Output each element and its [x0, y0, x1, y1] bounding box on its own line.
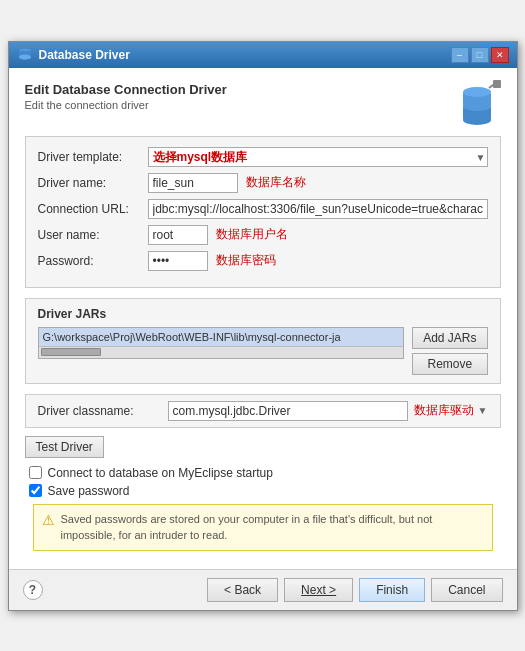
- title-bar-buttons: – □ ✕: [451, 47, 509, 63]
- driver-name-input[interactable]: [148, 173, 238, 193]
- window-title: Database Driver: [39, 48, 130, 62]
- save-password-label: Save password: [48, 484, 130, 498]
- footer-left: ?: [23, 580, 43, 600]
- next-button[interactable]: Next >: [284, 578, 353, 602]
- user-name-wrapper: 数据库用户名: [148, 225, 488, 245]
- svg-rect-12: [493, 80, 501, 88]
- jars-buttons: Add JARs Remove: [412, 327, 487, 375]
- driver-classname-input[interactable]: [168, 401, 408, 421]
- driver-classname-row: Driver classname: 数据库驱动 ▼: [25, 394, 501, 428]
- driver-template-row: Driver template: 选择mysql数据库 ▼: [38, 147, 488, 167]
- driver-name-annotation: 数据库名称: [246, 174, 306, 191]
- help-button[interactable]: ?: [23, 580, 43, 600]
- connection-url-row: Connection URL:: [38, 199, 488, 219]
- jars-label: Driver JARs: [38, 307, 488, 321]
- footer: ? < Back Next > Finish Cancel: [9, 569, 517, 610]
- jar-item[interactable]: G:\workspace\Proj\WebRoot\WEB-INF\lib\my…: [39, 328, 404, 346]
- driver-classname-dropdown-arrow[interactable]: ▼: [478, 405, 488, 416]
- maximize-button[interactable]: □: [471, 47, 489, 63]
- driver-classname-select-outer: 数据库驱动 ▼: [168, 401, 488, 421]
- footer-right: < Back Next > Finish Cancel: [207, 578, 502, 602]
- user-name-label: User name:: [38, 228, 148, 242]
- jars-section: Driver JARs G:\workspace\Proj\WebRoot\WE…: [25, 298, 501, 384]
- save-password-row: Save password: [29, 484, 497, 498]
- header-text: Edit Database Connection Driver Edit the…: [25, 82, 227, 123]
- title-bar-left: Database Driver: [17, 47, 130, 63]
- jars-list-inner: G:\workspace\Proj\WebRoot\WEB-INF\lib\my…: [39, 328, 404, 346]
- header-db-icon: [453, 78, 501, 126]
- finish-button[interactable]: Finish: [359, 578, 425, 602]
- driver-name-row: Driver name: 数据库名称: [38, 173, 488, 193]
- connect-on-startup-checkbox[interactable]: [29, 466, 42, 479]
- driver-template-select[interactable]: 选择mysql数据库: [148, 147, 488, 167]
- connect-on-startup-label: Connect to database on MyEclipse startup: [48, 466, 273, 480]
- section-subtitle: Edit the connection driver: [25, 99, 227, 111]
- warning-icon: ⚠: [42, 512, 55, 528]
- driver-name-wrapper: 数据库名称: [148, 173, 488, 193]
- back-button[interactable]: < Back: [207, 578, 278, 602]
- jars-list-container: G:\workspace\Proj\WebRoot\WEB-INF\lib\my…: [38, 327, 405, 359]
- password-input[interactable]: [148, 251, 208, 271]
- driver-template-select-wrapper: 选择mysql数据库 ▼: [148, 147, 488, 167]
- save-password-checkbox[interactable]: [29, 484, 42, 497]
- horizontal-scrollbar[interactable]: [39, 346, 404, 358]
- section-title: Edit Database Connection Driver: [25, 82, 227, 97]
- password-wrapper: 数据库密码: [148, 251, 488, 271]
- connect-on-startup-row: Connect to database on MyEclipse startup: [29, 466, 497, 480]
- driver-template-label: Driver template:: [38, 150, 148, 164]
- warning-text: Saved passwords are stored on your compu…: [61, 511, 484, 544]
- title-bar: Database Driver – □ ✕: [9, 42, 517, 68]
- connection-url-input[interactable]: [148, 199, 488, 219]
- password-row: Password: 数据库密码: [38, 251, 488, 271]
- user-name-input[interactable]: [148, 225, 208, 245]
- header-area: Edit Database Connection Driver Edit the…: [25, 82, 501, 126]
- svg-point-9: [463, 87, 491, 97]
- close-button[interactable]: ✕: [491, 47, 509, 63]
- user-name-annotation: 数据库用户名: [216, 226, 288, 243]
- jars-row: G:\workspace\Proj\WebRoot\WEB-INF\lib\my…: [38, 327, 488, 375]
- driver-classname-annotation: 数据库驱动: [414, 402, 474, 419]
- add-jars-button[interactable]: Add JARs: [412, 327, 487, 349]
- svg-point-4: [19, 54, 31, 59]
- svg-point-7: [463, 115, 491, 125]
- main-content: Edit Database Connection Driver Edit the…: [9, 68, 517, 569]
- minimize-button[interactable]: –: [451, 47, 469, 63]
- database-driver-window: Database Driver – □ ✕ Edit Database Conn…: [8, 41, 518, 611]
- remove-button[interactable]: Remove: [412, 353, 487, 375]
- scrollbar-thumb[interactable]: [41, 348, 101, 356]
- password-label: Password:: [38, 254, 148, 268]
- form-area: Driver template: 选择mysql数据库 ▼ Driver nam…: [25, 136, 501, 288]
- options-area: Connect to database on MyEclipse startup…: [25, 466, 501, 551]
- driver-name-label: Driver name:: [38, 176, 148, 190]
- svg-point-10: [463, 101, 491, 111]
- database-icon: [17, 47, 33, 63]
- test-driver-area: Test Driver: [25, 436, 501, 458]
- warning-box: ⚠ Saved passwords are stored on your com…: [33, 504, 493, 551]
- driver-classname-label: Driver classname:: [38, 404, 168, 418]
- driver-classname-select-wrapper: 数据库驱动 ▼: [168, 401, 488, 421]
- password-annotation: 数据库密码: [216, 252, 276, 269]
- test-driver-button[interactable]: Test Driver: [25, 436, 104, 458]
- connection-url-label: Connection URL:: [38, 202, 148, 216]
- cancel-button[interactable]: Cancel: [431, 578, 502, 602]
- user-name-row: User name: 数据库用户名: [38, 225, 488, 245]
